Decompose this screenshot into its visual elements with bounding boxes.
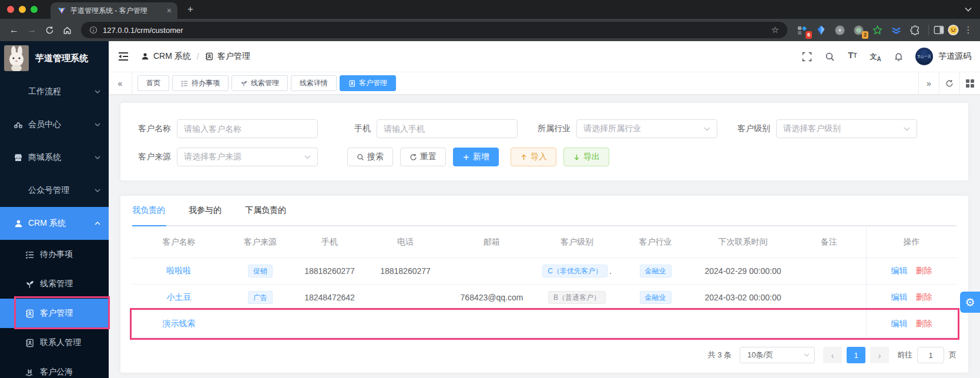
bookmark-star-icon[interactable]: ☆ [771, 25, 779, 35]
prev-page-button[interactable]: ‹ [823, 347, 842, 363]
extension-grid-icon[interactable]: 6 [797, 25, 808, 36]
sidebar-item-label: 线索管理 [40, 279, 73, 289]
next-page-button[interactable]: › [870, 347, 889, 363]
browser-tab[interactable]: 芋道管理系统 - 客户管理 × [51, 2, 177, 19]
sidebar-item-customer[interactable]: 客户管理 [0, 299, 109, 328]
side-panel-icon[interactable] [933, 25, 944, 36]
add-button[interactable]: 新增 [453, 148, 499, 166]
window-close-button[interactable] [7, 6, 14, 13]
source-select[interactable]: 请选择客户来源 [177, 148, 318, 166]
edit-link[interactable]: 编辑 [891, 266, 908, 276]
extension-kite-icon[interactable] [815, 25, 827, 36]
site-info-icon[interactable] [89, 26, 98, 34]
goto-page-input[interactable] [917, 347, 944, 363]
col-name: 客户名称 [132, 226, 226, 257]
sidebar-item-workflow[interactable]: 工作流程 [0, 75, 109, 108]
sidebar-item-contact[interactable]: 联系人管理 [0, 328, 109, 357]
tagview-todo[interactable]: 待办事项 [172, 75, 229, 91]
tab-close-icon[interactable]: × [167, 6, 172, 15]
contact-book-icon [348, 80, 355, 87]
window-controls [7, 6, 38, 13]
browser-tab-strip: 芋道管理系统 - 客户管理 × + [0, 0, 980, 19]
reset-button[interactable]: 重置 [400, 148, 446, 166]
cell-phone [364, 285, 447, 310]
profile-avatar-icon[interactable] [948, 25, 959, 36]
sidebar-collapse-icon[interactable] [118, 51, 130, 62]
breadcrumb-root[interactable]: CRM 系统 [153, 51, 191, 62]
user-avatar[interactable]: 文心一言 [915, 48, 933, 65]
edit-link[interactable]: 编辑 [891, 292, 908, 303]
cell-remark [792, 285, 866, 310]
forward-icon[interactable]: → [24, 22, 40, 38]
customer-link[interactable]: 啦啦啦 [167, 266, 192, 276]
level-select[interactable]: 请选择客户级别 [776, 119, 917, 138]
tags-scroll-left-icon[interactable]: « [109, 72, 132, 94]
export-button[interactable]: 导出 [563, 148, 609, 166]
tags-scroll-right-icon[interactable]: » [918, 72, 939, 94]
window-minimize-button[interactable] [19, 6, 26, 13]
delete-link[interactable]: 删除 [916, 266, 932, 276]
tab-my-participating[interactable]: 我参与的 [177, 196, 233, 225]
plus-icon [462, 153, 470, 161]
browser-menu-icon[interactable]: ⋮ [962, 25, 974, 35]
button-label: 重置 [420, 152, 437, 162]
tagview-customer[interactable]: 客户管理 [340, 75, 396, 91]
filter-card: 客户名称 手机 所属行业 请选择所属行业 [120, 103, 968, 180]
new-tab-button[interactable]: + [182, 1, 199, 18]
window-zoom-button[interactable] [31, 6, 38, 13]
tab-my-responsible[interactable]: 我负责的 [132, 196, 177, 225]
sidebar-item-label: CRM 系统 [28, 218, 66, 229]
cell-next-time: 2024-02-29 00:00:00 [694, 258, 792, 284]
customer-link[interactable]: 演示线索 [163, 319, 196, 329]
tagview-clue[interactable]: 线索管理 [231, 75, 288, 91]
customer-link[interactable]: 小土豆 [167, 292, 192, 303]
sidebar-item-mall[interactable]: 商城系统 [0, 141, 109, 174]
reload-icon[interactable] [41, 22, 58, 38]
checklist-icon [25, 250, 34, 259]
extension-badge2-icon[interactable]: 2 [853, 25, 864, 36]
delete-link[interactable]: 删除 [916, 292, 932, 303]
mobile-input[interactable] [377, 119, 518, 138]
page-number-button[interactable]: 1 [847, 347, 865, 363]
sidebar-item-crm[interactable]: CRM 系统 [0, 207, 109, 240]
font-size-icon[interactable]: TT [847, 51, 858, 62]
tagview-home[interactable]: 首页 [137, 75, 169, 91]
search-icon[interactable] [824, 51, 835, 62]
page-size-select[interactable]: 10条/页 [740, 347, 815, 363]
level-tag: B（普通客户） [548, 291, 606, 304]
customer-name-input[interactable] [177, 119, 318, 138]
tab-subordinate[interactable]: 下属负责的 [233, 196, 298, 225]
cell-next-time: 2024-03-02 00:00:00 [694, 285, 792, 310]
layout-size-grid-icon[interactable] [959, 72, 980, 94]
import-button[interactable]: 导入 [511, 148, 556, 166]
bell-icon[interactable] [892, 51, 904, 62]
cell-mobile [295, 311, 364, 337]
scope-tabs: 我负责的 我参与的 下属负责的 [132, 196, 956, 226]
delete-link[interactable]: 删除 [916, 319, 932, 329]
sidebar-item-mp[interactable]: 公众号管理 [0, 174, 109, 207]
cell-name: 啦啦啦 [132, 258, 226, 284]
extensions-puzzle-icon[interactable] [909, 25, 921, 36]
address-bar[interactable]: 127.0.0.1/crm/customer ☆ [81, 22, 787, 38]
search-button[interactable]: 搜索 [347, 148, 393, 166]
back-icon[interactable]: ← [6, 22, 22, 38]
tab-search-icon[interactable] [965, 7, 972, 12]
extension-circle-icon[interactable] [834, 25, 845, 36]
sidebar-item-clue[interactable]: 线索管理 [0, 269, 109, 299]
home-icon[interactable] [59, 22, 75, 38]
sidebar-item-pool[interactable]: 客户公海 [0, 357, 109, 378]
username[interactable]: 芋道源码 [938, 51, 971, 62]
extension-star-icon[interactable] [872, 25, 883, 36]
fullscreen-icon[interactable] [801, 51, 813, 62]
extension-chevrons-icon[interactable] [891, 25, 902, 36]
language-icon[interactable]: 文A [870, 51, 881, 62]
industry-select[interactable]: 请选择所属行业 [576, 119, 717, 138]
tagview-clue-detail[interactable]: 线索详情 [291, 75, 337, 91]
sidebar-item-todo[interactable]: 待办事项 [0, 240, 109, 269]
vite-favicon [58, 6, 66, 15]
theme-settings-button[interactable]: ⚙ [960, 292, 980, 313]
filter-group-name: 客户名称 [130, 119, 318, 138]
refresh-page-icon[interactable] [939, 72, 959, 94]
edit-link[interactable]: 编辑 [891, 319, 908, 329]
sidebar-item-member[interactable]: 会员中心 [0, 108, 109, 141]
